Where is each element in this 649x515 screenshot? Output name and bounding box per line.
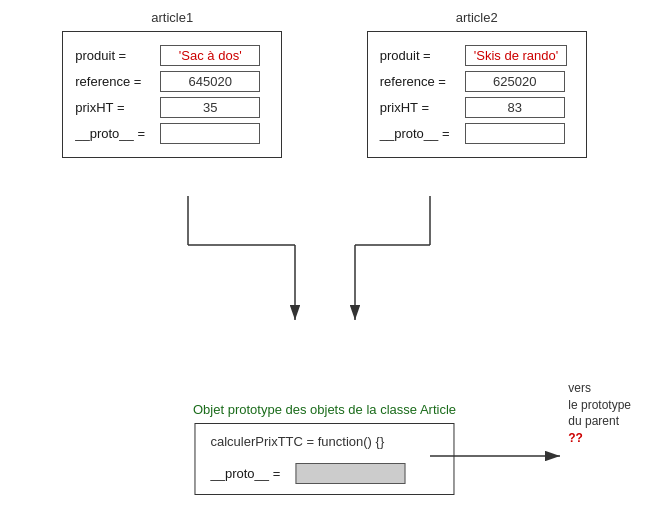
article2-produit-row: produit = 'Skis de rando': [380, 45, 574, 66]
article1-title: article1: [151, 10, 193, 25]
article1-prixht-value: 35: [160, 97, 260, 118]
article1-reference-label: reference =: [75, 74, 160, 89]
article2-reference-value: 625020: [465, 71, 565, 92]
prototype-section: Objet prototype des objets de la classe …: [193, 402, 456, 495]
article-section: article1 produit = 'Sac à dos' reference…: [0, 0, 649, 158]
article2-proto-label: __proto__ =: [380, 126, 465, 141]
article2-prixht-value: 83: [465, 97, 565, 118]
prototype-box: calculerPrixTTC = function() {} __proto_…: [194, 423, 454, 495]
article1-reference-value: 645020: [160, 71, 260, 92]
article2-proto-row: __proto__ =: [380, 123, 574, 144]
parent-line2: le prototype: [568, 398, 631, 412]
prototype-method: calculerPrixTTC = function() {}: [210, 434, 438, 449]
parent-line3: du parent: [568, 414, 619, 428]
article1-produit-row: produit = 'Sac à dos': [75, 45, 269, 66]
article1-proto-label: __proto__ =: [75, 126, 160, 141]
article2-produit-label: produit =: [380, 48, 465, 63]
article1-reference-row: reference = 645020: [75, 71, 269, 92]
article2-reference-row: reference = 625020: [380, 71, 574, 92]
article1-produit-label: produit =: [75, 48, 160, 63]
article2-proto-value: [465, 123, 565, 144]
parent-line1: vers: [568, 381, 591, 395]
prototype-proto-value: [295, 463, 405, 484]
article2-reference-label: reference =: [380, 74, 465, 89]
prototype-proto-label: __proto__ =: [210, 466, 295, 481]
diagram-container: article1 produit = 'Sac à dos' reference…: [0, 0, 649, 515]
article1-prixht-row: prixHT = 35: [75, 97, 269, 118]
article1-box: produit = 'Sac à dos' reference = 645020…: [62, 31, 282, 158]
parent-proto-label: vers le prototype du parent ??: [568, 380, 631, 447]
prototype-label: Objet prototype des objets de la classe …: [193, 402, 456, 417]
parent-question: ??: [568, 431, 583, 445]
article2-produit-value: 'Skis de rando': [465, 45, 567, 66]
article2-prixht-row: prixHT = 83: [380, 97, 574, 118]
article1-wrapper: article1 produit = 'Sac à dos' reference…: [62, 10, 282, 158]
article1-proto-row: __proto__ =: [75, 123, 269, 144]
article2-prixht-label: prixHT =: [380, 100, 465, 115]
article2-box: produit = 'Skis de rando' reference = 62…: [367, 31, 587, 158]
article1-produit-value: 'Sac à dos': [160, 45, 260, 66]
article1-prixht-label: prixHT =: [75, 100, 160, 115]
article1-proto-value: [160, 123, 260, 144]
article2-title: article2: [456, 10, 498, 25]
prototype-proto-row: __proto__ =: [210, 463, 438, 484]
article2-wrapper: article2 produit = 'Skis de rando' refer…: [367, 10, 587, 158]
